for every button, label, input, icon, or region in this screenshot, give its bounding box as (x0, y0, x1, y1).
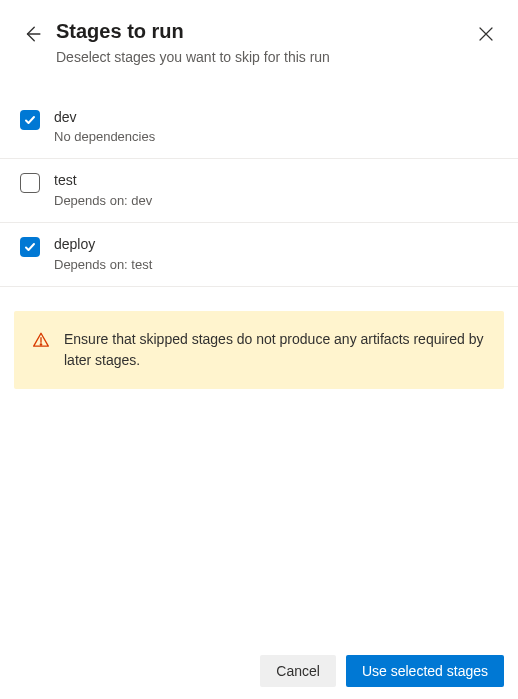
warning-icon (32, 331, 50, 353)
stage-label-block: deploy Depends on: test (54, 235, 498, 274)
stage-dependencies: Depends on: test (54, 256, 498, 274)
stage-label-block: dev No dependencies (54, 108, 498, 147)
close-icon (478, 26, 494, 42)
stage-list: dev No dependencies test Depends on: dev… (0, 96, 518, 287)
panel-title: Stages to run (56, 18, 462, 44)
warning-text: Ensure that skipped stages do not produc… (64, 329, 486, 371)
stage-name: deploy (54, 235, 498, 255)
back-arrow-icon (23, 25, 41, 43)
stage-label-block: test Depends on: dev (54, 171, 498, 210)
stage-checkbox[interactable] (20, 110, 40, 130)
checkmark-icon (24, 114, 36, 126)
stage-dependencies: No dependencies (54, 128, 498, 146)
stage-dependencies: Depends on: dev (54, 192, 498, 210)
close-button[interactable] (474, 22, 498, 46)
svg-point-1 (40, 344, 41, 345)
back-button[interactable] (20, 22, 44, 46)
panel-subtitle: Deselect stages you want to skip for thi… (56, 48, 462, 68)
checkmark-icon (24, 241, 36, 253)
panel-header: Stages to run Deselect stages you want t… (0, 0, 518, 80)
cancel-button[interactable]: Cancel (260, 655, 336, 687)
header-text-block: Stages to run Deselect stages you want t… (56, 18, 462, 68)
stage-checkbox[interactable] (20, 173, 40, 193)
stage-row-test[interactable]: test Depends on: dev (0, 159, 518, 223)
footer: Cancel Use selected stages (0, 643, 518, 699)
warning-banner: Ensure that skipped stages do not produc… (14, 311, 504, 389)
stage-checkbox[interactable] (20, 237, 40, 257)
use-selected-stages-button[interactable]: Use selected stages (346, 655, 504, 687)
spacer (0, 389, 518, 643)
stage-name: dev (54, 108, 498, 128)
stage-name: test (54, 171, 498, 191)
stage-row-dev[interactable]: dev No dependencies (0, 96, 518, 160)
stage-row-deploy[interactable]: deploy Depends on: test (0, 223, 518, 287)
